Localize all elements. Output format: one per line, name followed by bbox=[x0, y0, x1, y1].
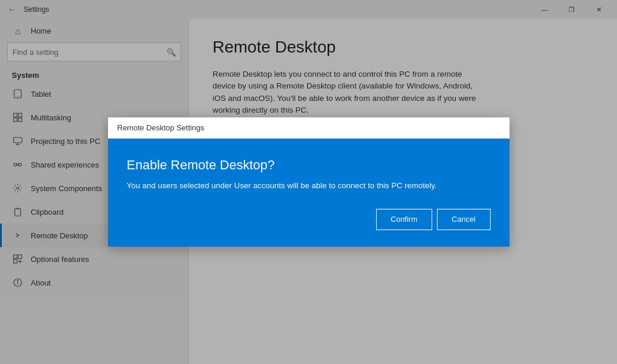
dialog-body: Enable Remote Desktop? You and users sel… bbox=[108, 139, 510, 246]
dialog-titlebar: Remote Desktop Settings bbox=[108, 117, 510, 139]
dialog-text: You and users selected under User accoun… bbox=[127, 180, 491, 192]
dialog: Remote Desktop Settings Enable Remote De… bbox=[108, 117, 510, 246]
confirm-button[interactable]: Confirm bbox=[376, 209, 433, 230]
cancel-button[interactable]: Cancel bbox=[437, 209, 490, 230]
dialog-buttons: Confirm Cancel bbox=[127, 209, 491, 230]
dialog-heading: Enable Remote Desktop? bbox=[127, 158, 491, 173]
dialog-overlay: Remote Desktop Settings Enable Remote De… bbox=[0, 0, 617, 364]
